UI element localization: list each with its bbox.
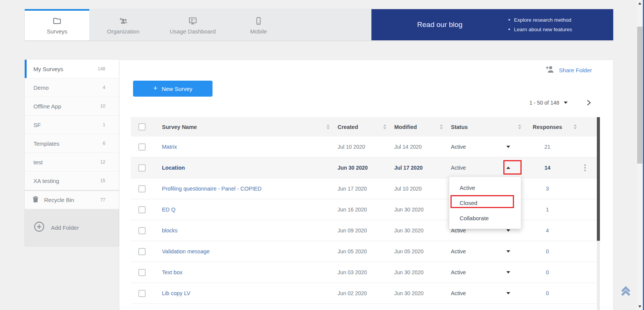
sidebar-item-my-surveys[interactable]: My Surveys 148 xyxy=(25,60,119,78)
status-caret-icon[interactable] xyxy=(506,271,510,273)
survey-name-link[interactable]: Validation message xyxy=(154,248,323,254)
created-date: Jun 17 2020 xyxy=(333,186,380,192)
trash-icon xyxy=(32,196,39,204)
table-row: blocks Jun 09 2020 Jun 30 2020 Active 4 xyxy=(131,220,597,241)
row-menu-kebab-icon[interactable] xyxy=(584,164,593,171)
share-folder-label: Share Folder xyxy=(559,67,592,73)
modified-date: Jul 14 2020 xyxy=(390,144,436,150)
sidebar-item-demo[interactable]: Demo 4 xyxy=(25,78,119,97)
modified-date: Jun 30 2020 xyxy=(390,290,436,296)
folder-label: Offline App xyxy=(33,103,61,110)
table-scrollbar[interactable] xyxy=(597,117,600,310)
status-option-closed[interactable]: Closed xyxy=(449,195,521,210)
row-checkbox[interactable] xyxy=(138,206,146,213)
page-scrollbar-thumb[interactable] xyxy=(637,27,642,164)
column-responses[interactable]: Responses xyxy=(525,124,570,130)
new-survey-button[interactable]: + New Survey xyxy=(133,81,213,97)
tab-organization[interactable]: Organization xyxy=(89,9,157,40)
survey-name-link[interactable]: blocks xyxy=(154,227,323,234)
survey-name-link[interactable]: Location xyxy=(154,165,323,171)
responses-count: 3 xyxy=(525,186,570,192)
sidebar-item-sf[interactable]: SF 1 xyxy=(25,116,119,134)
created-date: Jun 02 2020 xyxy=(333,290,380,296)
row-checkbox[interactable] xyxy=(138,269,146,276)
folder-icon xyxy=(52,16,62,25)
surveys-table: Survey Name Created Modified Status Resp… xyxy=(131,117,597,309)
survey-name-link[interactable]: Profiling questionnaire - Panel - COPIED xyxy=(154,186,323,192)
responses-count: 0 xyxy=(525,290,570,296)
column-created[interactable]: Created xyxy=(333,124,380,130)
double-chevron-up-icon xyxy=(619,284,633,299)
column-status[interactable]: Status xyxy=(446,124,515,130)
sidebar-item-xa-testing[interactable]: XA testing 15 xyxy=(25,172,119,190)
responses-count: 4 xyxy=(525,227,570,234)
status-option-active[interactable]: Active xyxy=(449,180,521,195)
survey-name-link[interactable]: Text box xyxy=(154,269,323,275)
row-checkbox[interactable] xyxy=(138,248,146,255)
partial-row xyxy=(131,304,597,309)
row-checkbox[interactable] xyxy=(138,143,146,151)
banner-bullet: Learn about new features xyxy=(508,25,611,34)
folder-count: 4 xyxy=(103,85,105,90)
status-value: Active xyxy=(451,269,466,275)
status-caret-icon[interactable] xyxy=(506,229,510,232)
blog-banner[interactable]: Read our blog Explore research method Le… xyxy=(371,9,613,40)
status-value: Active xyxy=(451,248,466,254)
folder-label: Recycle Bin xyxy=(44,197,100,203)
sort-icon[interactable] xyxy=(327,124,330,129)
pagination: 1 - 50 of 148 xyxy=(529,99,592,106)
responses-count: 14 xyxy=(525,165,570,171)
table-header: Survey Name Created Modified Status Resp… xyxy=(131,117,597,137)
add-folder-button[interactable]: Add Folder xyxy=(25,209,119,246)
pagination-caret-icon[interactable] xyxy=(564,102,568,104)
select-all-checkbox[interactable] xyxy=(138,123,146,130)
survey-name-link[interactable]: Lib copy LV xyxy=(154,290,323,296)
banner-bullet-text: Learn about new features xyxy=(514,25,572,34)
status-caret-open-icon[interactable] xyxy=(506,167,510,169)
column-survey-name[interactable]: Survey Name xyxy=(154,124,323,130)
status-value: Active xyxy=(451,165,466,171)
survey-name-link[interactable]: ED Q xyxy=(154,207,323,213)
scrollbar-down-arrow[interactable] xyxy=(638,305,641,308)
folder-count: 148 xyxy=(98,66,105,72)
table-row: Matrix Jul 10 2020 Jul 14 2020 Active 21 xyxy=(131,137,597,157)
responses-count: 21 xyxy=(525,144,570,150)
back-to-top-button[interactable] xyxy=(619,284,633,299)
folder-count: 10 xyxy=(100,103,105,109)
row-checkbox[interactable] xyxy=(138,227,146,234)
status-caret-icon[interactable] xyxy=(506,146,510,148)
created-date: Jun 30 2020 xyxy=(333,165,380,171)
next-page-button[interactable] xyxy=(585,99,592,106)
status-option-collaborate[interactable]: Collaborate xyxy=(449,210,521,226)
tabs-filler xyxy=(289,9,371,40)
created-date: Jun 16 2020 xyxy=(333,207,380,213)
sort-icon[interactable] xyxy=(574,124,577,129)
column-modified[interactable]: Modified xyxy=(390,124,436,130)
sidebar-item-test[interactable]: test 12 xyxy=(25,153,119,172)
tab-label: Usage Dashboard xyxy=(170,28,216,35)
row-checkbox[interactable] xyxy=(138,185,146,192)
sort-icon[interactable] xyxy=(518,124,521,129)
folder-label: test xyxy=(33,159,43,165)
share-folder-button[interactable]: Share Folder xyxy=(545,65,592,75)
tab-mobile[interactable]: Mobile xyxy=(228,9,289,40)
tab-usage-dashboard[interactable]: Usage Dashboard xyxy=(157,9,228,40)
tab-surveys[interactable]: Surveys xyxy=(25,9,89,40)
sort-icon[interactable] xyxy=(383,124,386,129)
banner-title[interactable]: Read our blog xyxy=(371,21,508,29)
status-caret-icon[interactable] xyxy=(506,250,510,253)
row-checkbox[interactable] xyxy=(138,290,146,297)
status-caret-icon[interactable] xyxy=(506,292,510,294)
sort-icon[interactable] xyxy=(440,124,443,129)
table-scrollbar-thumb[interactable] xyxy=(597,117,600,241)
survey-name-link[interactable]: Matrix xyxy=(154,144,323,150)
table-row: Lib copy LV Jun 02 2020 Jun 30 2020 Acti… xyxy=(131,283,597,304)
sidebar-item-recycle-bin[interactable]: Recycle Bin 77 xyxy=(25,190,119,209)
sidebar-item-offline-app[interactable]: Offline App 10 xyxy=(25,97,119,116)
plus-circle-icon xyxy=(34,221,44,234)
page-scrollbar[interactable] xyxy=(637,0,643,310)
scrollbar-up-arrow[interactable] xyxy=(638,2,641,5)
row-checkbox[interactable] xyxy=(138,164,146,172)
sidebar-item-templates[interactable]: Templates 6 xyxy=(25,134,119,153)
pagination-range: 1 - 50 of 148 xyxy=(529,100,559,106)
